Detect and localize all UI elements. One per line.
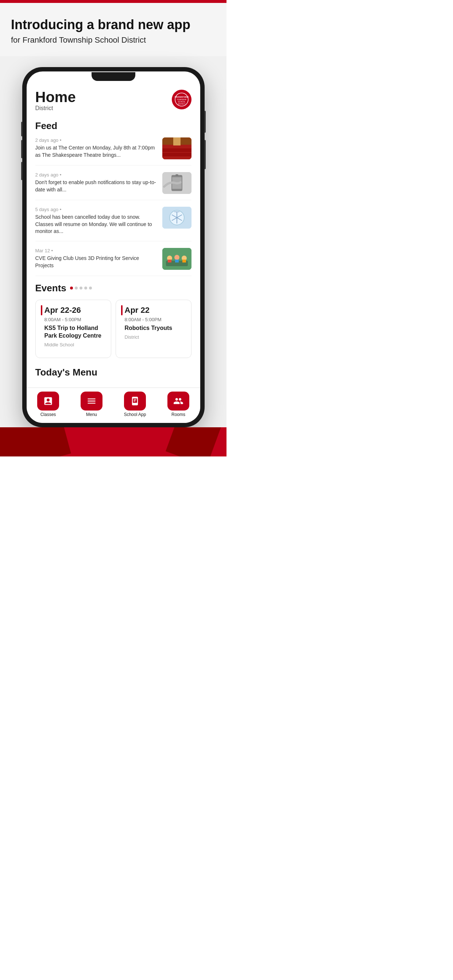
svg-rect-9 bbox=[162, 153, 191, 156]
snow-image bbox=[162, 207, 191, 229]
feed-image-3 bbox=[162, 207, 191, 229]
svg-rect-27 bbox=[168, 259, 171, 262]
event-date-bar-1: Apr 22-26 bbox=[41, 305, 106, 315]
event-red-bar bbox=[41, 305, 42, 315]
event-location-2: District bbox=[125, 334, 186, 340]
theater-svg bbox=[162, 137, 191, 159]
menu-title: Today's Menu bbox=[35, 367, 191, 378]
events-dots bbox=[70, 286, 92, 290]
phone-notch bbox=[91, 72, 135, 81]
volume-mute-button bbox=[21, 122, 22, 136]
svg-point-14 bbox=[175, 174, 179, 176]
event-name-1: KS5 Trip to Holland Park Ecology Centre bbox=[45, 325, 106, 340]
feed-text-2: Don't forget to enable push notification… bbox=[35, 179, 158, 193]
home-title: Home bbox=[35, 90, 76, 104]
svg-point-25 bbox=[174, 255, 179, 260]
phone-svg bbox=[162, 172, 191, 194]
event-name-2: Robotics Tryouts bbox=[125, 325, 186, 332]
home-header: Home District FRANKFORD TOWNSHIP SCHOOL … bbox=[35, 90, 191, 111]
feed-text-area: Mar 12 • CVE Giving Club Uses 3D Printin… bbox=[35, 248, 158, 269]
feed-image-4 bbox=[162, 248, 191, 270]
dot-5 bbox=[89, 286, 92, 290]
events-row: Apr 22-26 8:00AM - 5:00PM KS5 Trip to Ho… bbox=[35, 300, 191, 358]
svg-text:FRANKFORD: FRANKFORD bbox=[175, 96, 189, 98]
feed-image-2 bbox=[162, 172, 191, 194]
snow-svg bbox=[162, 207, 191, 229]
phone-image bbox=[162, 172, 191, 194]
header-title: Introducing a brand new app bbox=[11, 18, 215, 32]
svg-text:DISTRICT: DISTRICT bbox=[178, 103, 185, 105]
screen-content: Home District FRANKFORD TOWNSHIP SCHOOL … bbox=[27, 72, 200, 384]
svg-rect-28 bbox=[175, 259, 179, 262]
feed-text-area: 2 days ago • Join us at The Center on Mo… bbox=[35, 137, 158, 159]
feed-text-4: CVE Giving Club Uses 3D Printing for Ser… bbox=[35, 255, 158, 269]
classes-icon-box bbox=[37, 391, 59, 410]
event-time-2: 8:00AM - 5:00PM bbox=[125, 317, 186, 322]
events-header: Events bbox=[35, 283, 191, 294]
feed-item[interactable]: 2 days ago • Don't forget to enable push… bbox=[35, 172, 191, 200]
feed-item[interactable]: 2 days ago • Join us at The Center on Mo… bbox=[35, 137, 191, 165]
event-time-1: 8:00AM - 5:00PM bbox=[45, 317, 106, 322]
header-section: Introducing a brand new app for Frankfor… bbox=[0, 3, 226, 56]
feed-image-1 bbox=[162, 137, 191, 159]
phone-wrapper: Home District FRANKFORD TOWNSHIP SCHOOL … bbox=[0, 56, 226, 427]
svg-rect-10 bbox=[173, 137, 180, 145]
svg-rect-29 bbox=[182, 259, 186, 262]
theater-image bbox=[162, 137, 191, 159]
nav-item-menu[interactable]: Menu bbox=[70, 391, 113, 417]
header-subtitle: for Frankford Township School District bbox=[11, 35, 215, 46]
school-app-icon bbox=[130, 396, 140, 406]
rooms-icon bbox=[173, 396, 183, 406]
feed-time-4: Mar 12 • bbox=[35, 248, 158, 253]
school-app-icon-box bbox=[124, 391, 146, 410]
bottom-nav: Classes Menu bbox=[27, 388, 200, 423]
volume-down-button bbox=[21, 162, 22, 180]
classes-icon bbox=[43, 396, 53, 406]
menu-icon-box bbox=[81, 391, 102, 410]
power-button bbox=[204, 111, 206, 133]
class-svg bbox=[162, 248, 191, 270]
event-location-1: Middle School bbox=[45, 342, 106, 347]
event-date-2: Apr 22 bbox=[125, 305, 150, 315]
event-date-bar-2: Apr 22 bbox=[121, 305, 186, 315]
nav-label-school-app: School App bbox=[124, 412, 146, 417]
nav-label-classes: Classes bbox=[40, 412, 56, 417]
school-logo-icon: FRANKFORD TOWNSHIP SCHOOL DISTRICT bbox=[174, 92, 189, 107]
events-title: Events bbox=[35, 283, 66, 294]
feed-title: Feed bbox=[35, 120, 191, 132]
svg-rect-8 bbox=[162, 148, 191, 152]
feed-time-2: 2 days ago • bbox=[35, 172, 158, 178]
feed-text-1: Join us at The Center on Monday, July 8t… bbox=[35, 145, 158, 159]
home-subtitle: District bbox=[35, 105, 76, 111]
home-title-group: Home District bbox=[35, 90, 76, 111]
nav-item-classes[interactable]: Classes bbox=[27, 391, 70, 417]
event-card-2[interactable]: Apr 22 8:00AM - 5:00PM Robotics Tryouts … bbox=[116, 300, 191, 358]
side-button-2 bbox=[204, 140, 206, 169]
feed-time-1: 2 days ago • bbox=[35, 137, 158, 143]
nav-item-rooms[interactable]: Rooms bbox=[157, 391, 200, 417]
event-date-1: Apr 22-26 bbox=[45, 305, 81, 315]
dot-1 bbox=[70, 286, 73, 290]
bottom-section bbox=[0, 427, 226, 457]
phone-frame: Home District FRANKFORD TOWNSHIP SCHOOL … bbox=[22, 67, 205, 427]
dot-4 bbox=[84, 286, 87, 290]
phone-screen: Home District FRANKFORD TOWNSHIP SCHOOL … bbox=[27, 72, 200, 423]
event-card-1[interactable]: Apr 22-26 8:00AM - 5:00PM KS5 Trip to Ho… bbox=[35, 300, 111, 358]
feed-text-area: 2 days ago • Don't forget to enable push… bbox=[35, 172, 158, 193]
rooms-icon-box bbox=[167, 391, 189, 410]
dot-3 bbox=[80, 286, 83, 290]
feed-item[interactable]: 5 days ago • School has been cancelled t… bbox=[35, 207, 191, 241]
menu-icon bbox=[86, 396, 97, 406]
feed-text-3: School has been cancelled today due to s… bbox=[35, 214, 158, 235]
school-logo[interactable]: FRANKFORD TOWNSHIP SCHOOL DISTRICT bbox=[172, 90, 191, 110]
event-red-bar-2 bbox=[121, 305, 123, 315]
top-bar bbox=[0, 0, 226, 3]
feed-item[interactable]: Mar 12 • CVE Giving Club Uses 3D Printin… bbox=[35, 248, 191, 276]
nav-item-school-app[interactable]: School App bbox=[113, 391, 157, 417]
volume-up-button bbox=[21, 140, 22, 158]
dot-2 bbox=[75, 286, 78, 290]
class-image bbox=[162, 248, 191, 270]
svg-text:SCHOOL: SCHOOL bbox=[178, 100, 185, 103]
feed-time-3: 5 days ago • bbox=[35, 207, 158, 212]
nav-label-menu: Menu bbox=[86, 412, 97, 417]
